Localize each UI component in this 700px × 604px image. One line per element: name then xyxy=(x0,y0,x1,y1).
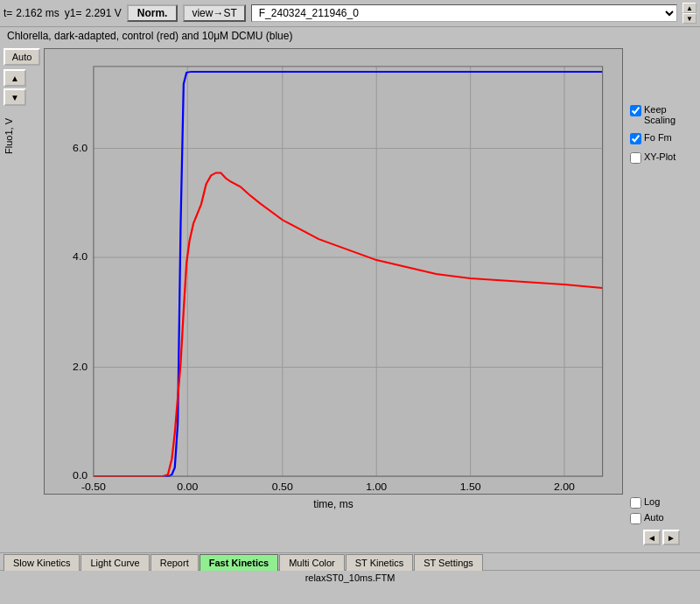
y-axis-label: Fluo1, V xyxy=(4,118,40,154)
tab-st-settings[interactable]: ST Settings xyxy=(414,554,483,571)
main-content: Auto ▲ ▼ Fluo1, V 0.0 2.0 xyxy=(0,45,700,552)
svg-text:2.00: 2.00 xyxy=(554,481,575,492)
log-checkbox[interactable]: Log xyxy=(630,496,693,509)
tab-report[interactable]: Report xyxy=(150,554,199,571)
tab-fast-kinetics[interactable]: Fast Kinetics xyxy=(200,554,278,571)
right-panel: KeepScaling Fo Fm XY-Plot Log Auto xyxy=(626,48,696,549)
fo-fm-checkbox[interactable]: Fo Fm xyxy=(630,132,693,144)
y1-label: y1= xyxy=(65,7,82,19)
keep-scaling-input[interactable] xyxy=(630,105,641,116)
top-bar: t= 2.162 ms y1= 2.291 V Norm. view→ST F_… xyxy=(0,0,700,27)
log-auto-section: Log Auto xyxy=(630,496,693,524)
x-axis-label: time, ms xyxy=(44,498,623,510)
chart-title: Chlorella, dark-adapted, control (red) a… xyxy=(0,27,700,45)
arrow-down-button[interactable]: ▼ xyxy=(4,88,26,106)
t-value: 2.162 ms xyxy=(16,7,59,19)
chart-container: 0.0 2.0 4.0 6.0 -0.50 0.00 0.50 1.00 1.5… xyxy=(44,48,623,549)
auto-label: Auto xyxy=(644,512,664,523)
status-bar: relaxST0_10ms.FTM xyxy=(0,570,700,585)
xy-plot-input[interactable] xyxy=(630,152,641,164)
log-input[interactable] xyxy=(630,497,641,509)
t-info: t= 2.162 ms xyxy=(4,7,60,19)
arrow-up-button[interactable]: ▲ xyxy=(4,69,26,87)
file-select[interactable]: F_240324_211946_0 xyxy=(251,4,677,22)
title-text: Chlorella, dark-adapted, control (red) a… xyxy=(7,30,292,42)
left-panel: Auto ▲ ▼ Fluo1, V xyxy=(4,48,40,549)
tabs-bar: Slow Kinetics Light Curve Report Fast Ki… xyxy=(0,552,700,570)
auto-input[interactable] xyxy=(630,513,641,524)
xy-plot-label: XY-Plot xyxy=(644,151,676,162)
keep-scaling-checkbox[interactable]: KeepScaling xyxy=(630,104,693,125)
y1-value: 2.291 V xyxy=(85,7,121,19)
keep-scaling-label: KeepScaling xyxy=(644,104,676,125)
tab-slow-kinetics[interactable]: Slow Kinetics xyxy=(4,554,80,571)
y1-info: y1= 2.291 V xyxy=(65,7,122,19)
file-dropdown: F_240324_211946_0 xyxy=(251,4,677,22)
chart-svg: 0.0 2.0 4.0 6.0 -0.50 0.00 0.50 1.00 1.5… xyxy=(45,49,622,494)
tab-st-kinetics[interactable]: ST Kinetics xyxy=(346,554,413,571)
log-label: Log xyxy=(644,496,660,507)
x-axis-text: time, ms xyxy=(313,498,353,510)
svg-text:0.0: 0.0 xyxy=(73,470,88,481)
scroll-down-button[interactable]: ▼ xyxy=(682,13,696,24)
view-st-button[interactable]: view→ST xyxy=(183,4,245,22)
t-label: t= xyxy=(4,7,12,19)
svg-text:6.0: 6.0 xyxy=(73,142,88,152)
svg-text:4.0: 4.0 xyxy=(73,251,88,262)
norm-button[interactable]: Norm. xyxy=(127,4,178,22)
scroll-right-button[interactable]: ► xyxy=(662,530,680,545)
tab-multi-color[interactable]: Multi Color xyxy=(279,554,345,571)
svg-text:1.50: 1.50 xyxy=(460,481,481,492)
arrow-buttons: ▲ ▼ xyxy=(4,69,40,106)
tab-light-curve[interactable]: Light Curve xyxy=(80,554,149,571)
fo-fm-input[interactable] xyxy=(630,133,641,144)
fo-fm-label: Fo Fm xyxy=(644,132,672,143)
scroll-vertical: ▲ ▼ xyxy=(682,3,696,24)
svg-text:1.00: 1.00 xyxy=(366,481,387,492)
scroll-left-button[interactable]: ◄ xyxy=(643,530,661,545)
svg-text:0.00: 0.00 xyxy=(177,481,198,492)
chart-plot: 0.0 2.0 4.0 6.0 -0.50 0.00 0.50 1.00 1.5… xyxy=(44,48,623,495)
right-bottom: Log Auto ◄ ► xyxy=(630,496,693,545)
status-filename: relaxST0_10ms.FTM xyxy=(305,572,396,583)
svg-rect-0 xyxy=(45,49,622,494)
svg-text:2.0: 2.0 xyxy=(73,361,88,371)
xy-plot-checkbox[interactable]: XY-Plot xyxy=(630,151,693,164)
svg-text:0.50: 0.50 xyxy=(272,481,293,492)
auto-scale-button[interactable]: Auto xyxy=(4,48,40,66)
auto-checkbox[interactable]: Auto xyxy=(630,512,693,524)
svg-text:-0.50: -0.50 xyxy=(81,481,107,492)
scroll-up-button[interactable]: ▲ xyxy=(682,3,696,13)
bottom-scroll: ◄ ► xyxy=(630,530,693,545)
